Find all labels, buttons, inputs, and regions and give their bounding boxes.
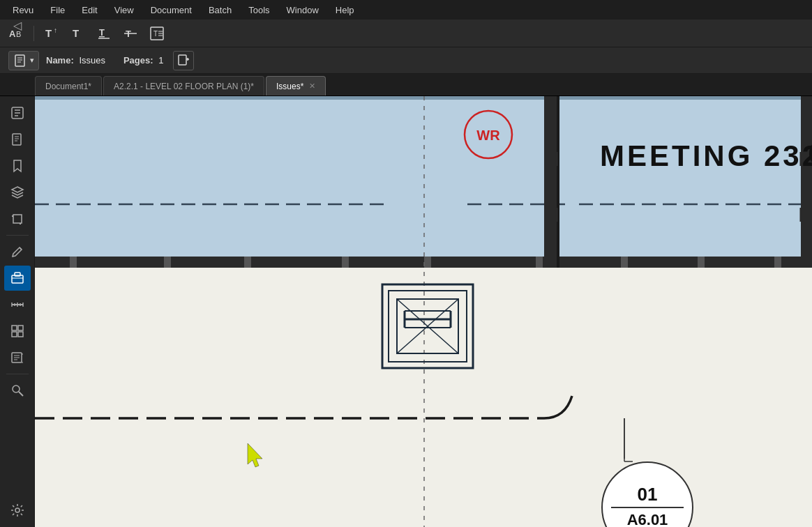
tab-floor-plan-label: A2.2.1 - LEVEL 02 FLOOR PLAN (1)*	[114, 82, 254, 91]
svg-rect-56	[70, 257, 77, 268]
svg-text:T: T	[99, 27, 105, 38]
text-underline-btn[interactable]: T	[93, 23, 115, 44]
floor-plan-svg: MEETING 232 C WR	[35, 96, 812, 527]
tab-issues-close[interactable]: ✕	[309, 82, 315, 91]
svg-text:T: T	[45, 27, 52, 39]
svg-rect-72	[557, 96, 559, 268]
svg-text:A6.01: A6.01	[627, 511, 668, 527]
sidebar-btn-search[interactable]	[4, 378, 31, 403]
doc-icon-btn[interactable]: ▾	[8, 51, 39, 70]
svg-rect-66	[35, 96, 812, 100]
sidebar-btn-markup[interactable]	[4, 239, 31, 264]
svg-text:01: 01	[638, 484, 658, 505]
svg-line-30	[20, 247, 22, 250]
svg-rect-59	[342, 257, 349, 268]
sidebar-btn-bookmarks[interactable]	[4, 153, 31, 178]
svg-text:T: T	[73, 27, 79, 39]
sidebar	[0, 96, 35, 527]
doc-pages-value: 1	[158, 55, 163, 66]
menu-batch[interactable]: Batch	[202, 3, 239, 17]
sidebar-btn-sheets[interactable]	[4, 345, 31, 370]
svg-rect-65	[774, 257, 781, 268]
sidebar-btn-crop[interactable]	[4, 206, 31, 231]
back-nav-btn[interactable]: ◁	[7, 17, 28, 33]
svg-rect-61	[424, 257, 431, 268]
menu-file[interactable]: File	[43, 3, 72, 17]
text-fit-btn[interactable]: T	[146, 23, 168, 44]
menu-bar: Revu File Edit View Document Batch Tools…	[0, 0, 812, 20]
svg-rect-58	[244, 257, 251, 268]
svg-rect-55	[35, 257, 812, 268]
svg-text:WR: WR	[476, 128, 500, 143]
svg-rect-18	[179, 55, 186, 65]
sidebar-btn-navigate[interactable]	[4, 100, 31, 125]
sidebar-btn-layers[interactable]	[4, 180, 31, 205]
sidebar-btn-pages[interactable]	[4, 127, 31, 152]
doc-name-value: Issues	[79, 55, 105, 66]
svg-text:T: T	[153, 30, 158, 38]
toolbar: A B T ↑ T T T T	[0, 20, 812, 47]
tab-document1[interactable]: Document1*	[35, 76, 102, 96]
sidebar-btn-grid[interactable]	[4, 319, 31, 344]
canvas-area[interactable]: MEETING 232 C WR	[35, 96, 812, 527]
svg-rect-57	[164, 257, 171, 268]
menu-help[interactable]: Help	[329, 3, 361, 17]
menu-tools[interactable]: Tools	[241, 3, 276, 17]
doc-name-label: Name: Issues	[46, 55, 105, 66]
sidebar-sep-2	[6, 374, 29, 374]
sidebar-btn-stamps[interactable]	[4, 266, 31, 291]
tab-floor-plan[interactable]: A2.2.1 - LEVEL 02 FLOOR PLAN (1)*	[103, 76, 264, 96]
tab-document1-label: Document1*	[45, 82, 91, 91]
svg-rect-64	[698, 257, 705, 268]
svg-rect-63	[621, 257, 628, 268]
menu-window[interactable]: Window	[280, 3, 326, 17]
menu-revu[interactable]: Revu	[6, 3, 40, 17]
svg-rect-62	[536, 257, 543, 268]
svg-rect-73	[801, 96, 812, 268]
menu-document[interactable]: Document	[144, 3, 199, 17]
svg-text:MEETING  232: MEETING 232	[600, 139, 812, 172]
menu-view[interactable]: View	[107, 3, 141, 17]
text-style-1-btn[interactable]: T ↑	[40, 23, 62, 44]
svg-text:C: C	[808, 135, 812, 174]
doc-pages-label: Pages: 1	[123, 55, 164, 66]
svg-rect-71	[544, 96, 557, 268]
doc-bar: ▾ Name: Issues Pages: 1	[0, 47, 812, 74]
sidebar-btn-settings[interactable]	[4, 498, 31, 523]
new-page-btn[interactable]	[173, 51, 194, 70]
tab-issues[interactable]: Issues* ✕	[266, 76, 326, 96]
svg-rect-14	[15, 55, 24, 66]
svg-rect-29	[13, 215, 22, 223]
svg-point-50	[13, 385, 20, 392]
svg-rect-42	[12, 332, 17, 337]
text-strikethrough-btn[interactable]: T	[119, 23, 142, 44]
svg-rect-40	[12, 326, 17, 330]
tab-issues-label: Issues*	[276, 82, 303, 91]
svg-point-52	[15, 508, 20, 512]
main-area: MEETING 232 C WR	[0, 96, 812, 527]
toolbar-sep-1	[33, 26, 34, 41]
sidebar-btn-measure[interactable]	[4, 292, 31, 317]
text-style-2-btn[interactable]: T	[66, 23, 89, 44]
tabs-bar: ◁ Document1* A2.2.1 - LEVEL 02 FLOOR PLA…	[0, 74, 812, 96]
svg-rect-43	[18, 332, 23, 337]
svg-rect-54	[35, 268, 812, 527]
svg-rect-41	[18, 326, 23, 330]
sidebar-sep-1	[6, 235, 29, 236]
svg-rect-33	[15, 273, 20, 276]
svg-rect-25	[13, 134, 21, 145]
svg-line-51	[19, 392, 23, 396]
menu-edit[interactable]: Edit	[75, 3, 104, 17]
svg-rect-53	[35, 96, 812, 257]
svg-text:↑: ↑	[54, 26, 57, 34]
